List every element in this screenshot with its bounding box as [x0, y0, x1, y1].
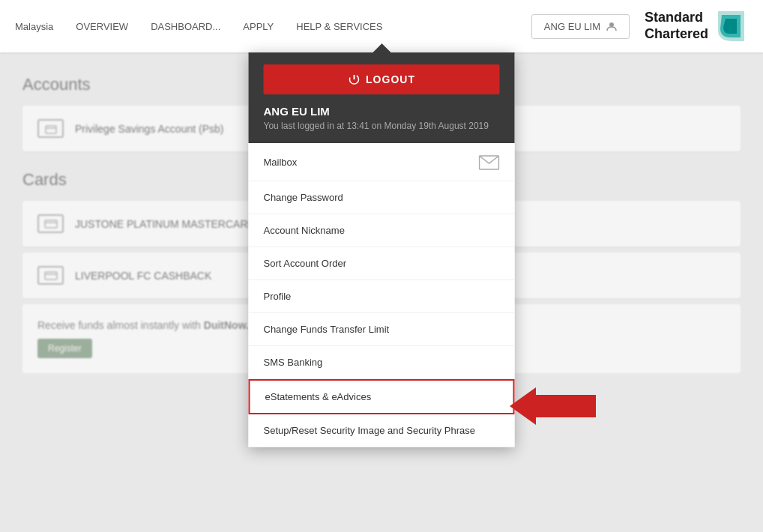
country-label: Malaysia: [15, 21, 53, 32]
arrow-body: [536, 395, 596, 417]
savings-icon: [45, 124, 57, 134]
svg-rect-1: [46, 126, 56, 133]
menu-item-funds-limit[interactable]: Change Funds Transfer Limit: [249, 313, 515, 346]
sc-logo-icon: [714, 7, 748, 45]
nav-dashboard[interactable]: DASHBOARD...: [151, 21, 220, 32]
mailbox-icon: [479, 154, 500, 170]
svg-point-0: [609, 22, 614, 27]
brand-logo: Standard Chartered: [645, 7, 748, 45]
menu-item-change-password[interactable]: Change Password: [249, 181, 515, 214]
menu-item-mailbox[interactable]: Mailbox: [249, 143, 515, 181]
card-name-1: LIVERPOOL FC CASHBACK: [75, 270, 211, 282]
account-name: Privilege Savings Account (Psb): [75, 123, 223, 135]
menu-item-security-setup[interactable]: Setup/Reset Security Image and Security …: [249, 414, 515, 447]
user-menu-button[interactable]: ANG EU LIM: [531, 14, 630, 39]
svg-rect-2: [45, 220, 57, 228]
nav-links: OVERVIEW DASHBOARD... APPLY HELP & SERVI…: [76, 21, 531, 32]
logo-text: Standard Chartered: [645, 10, 708, 42]
dropdown-menu: Mailbox Change Password Account Nickname…: [249, 143, 515, 447]
menu-item-sort-account[interactable]: Sort Account Order: [249, 247, 515, 280]
user-icon: [606, 21, 617, 31]
dropdown-last-login: You last logged in at 13:41 on Monday 19…: [264, 121, 500, 131]
arrow-head: [510, 387, 536, 425]
menu-item-estatements[interactable]: eStatements & eAdvices: [249, 379, 515, 414]
dropdown-username: ANG EU LIM: [264, 105, 500, 118]
arrow-annotation: [510, 387, 596, 425]
dropdown-header: LOGOUT ANG EU LIM You last logged in at …: [249, 52, 515, 143]
card-icon-1: [37, 266, 64, 285]
logout-button[interactable]: LOGOUT: [264, 64, 500, 94]
menu-item-sms-banking[interactable]: SMS Banking: [249, 346, 515, 379]
svg-rect-4: [45, 272, 57, 279]
nav-overview[interactable]: OVERVIEW: [76, 21, 128, 32]
dropdown-arrow: [373, 43, 390, 52]
user-dropdown-panel: LOGOUT ANG EU LIM You last logged in at …: [249, 52, 515, 447]
credit-card-icon-0: [44, 220, 58, 229]
nav-help[interactable]: HELP & SERVICES: [296, 21, 382, 32]
menu-item-profile[interactable]: Profile: [249, 280, 515, 313]
account-icon: [37, 119, 64, 138]
register-button[interactable]: Register: [37, 339, 92, 358]
menu-item-account-nickname[interactable]: Account Nickname: [249, 214, 515, 247]
card-name-0: JUSTONE PLATINUM MASTERCARD: [75, 218, 256, 230]
nav-apply[interactable]: APPLY: [243, 21, 274, 32]
card-icon-0: [37, 214, 64, 233]
credit-card-icon-1: [44, 271, 58, 280]
red-arrow: [510, 387, 596, 425]
power-icon: [348, 73, 360, 85]
